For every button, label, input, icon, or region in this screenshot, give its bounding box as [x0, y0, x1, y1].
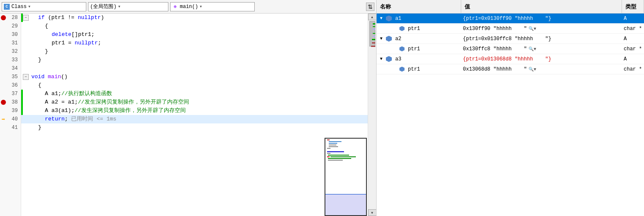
- line-number-35: 35: [7, 74, 19, 80]
- code-lines: −if (ptr1 != nullptr){delete[]ptr1;ptr1 …: [21, 14, 368, 132]
- line-number-41: 41: [7, 125, 19, 131]
- pin-button[interactable]: ⇅: [366, 3, 374, 11]
- code-text-41: }: [30, 123, 41, 132]
- scroll-track[interactable]: [369, 21, 375, 208]
- code-line-29: {: [21, 22, 368, 30]
- bp-indicator-28[interactable]: [0, 15, 7, 20]
- code-line-33: }: [21, 56, 368, 64]
- watch-row-a1[interactable]: ◆ a1 {ptr1=0x0130ff90 "hhhhh "} A: [377, 14, 644, 24]
- collapse-btn-28[interactable]: −: [23, 15, 29, 21]
- watch-row-a3[interactable]: a3 {ptr1=0x013068d8 "hhhhh "} A: [377, 54, 644, 64]
- a1ptr1-name: ptr1: [408, 26, 420, 32]
- code-line-30: delete[]ptr1;: [21, 30, 368, 39]
- code-line-35: −void main(): [21, 73, 368, 81]
- expand-a3ptr1-button: [392, 66, 398, 72]
- scope-label: (全局范围): [90, 3, 116, 10]
- code-line-36: {: [21, 81, 368, 90]
- green-bar-38: [21, 98, 23, 107]
- func-dropdown[interactable]: ⊕ main() ▼: [170, 2, 255, 11]
- watch-row-a3-ptr1[interactable]: ptr1 0x13068d8 "hhhhh " 🔍▼ char *: [377, 64, 644, 74]
- collapse-btn-35[interactable]: −: [23, 74, 29, 80]
- code-line-40: return; 已用时间 <= 1ms: [21, 115, 368, 123]
- watch-cell-a2ptr1-name: ptr1: [377, 46, 461, 52]
- line-number-31: 31: [7, 40, 19, 46]
- bp-indicator-40[interactable]: ➡: [0, 117, 7, 122]
- class-icon: C: [4, 4, 10, 10]
- green-bar-31: [21, 39, 23, 47]
- vertical-scrollbar[interactable]: ▲ ▼: [368, 14, 376, 216]
- green-bar-37: [21, 90, 23, 98]
- editor-panel: C Class ▼ (全局范围) ▼ ⊕ main() ▼ ⇅ 28293031…: [0, 0, 377, 216]
- gutter-row-36: 36: [0, 81, 21, 90]
- gutter-row-41: 41: [0, 123, 21, 132]
- watch-cell-a2ptr1-type: char *: [622, 46, 644, 52]
- line-number-34: 34: [7, 66, 19, 71]
- watch-cell-a2-value: {ptr1=0x0130ffc8 "hhhhh "}: [461, 36, 622, 42]
- expand-a3-button[interactable]: [378, 56, 384, 62]
- var-icon-a1: ◆: [386, 16, 392, 22]
- expand-a2-button[interactable]: [378, 36, 384, 42]
- a1-name: a1: [395, 16, 401, 22]
- watch-row-a2[interactable]: a2 {ptr1=0x0130ffc8 "hhhhh "} A: [377, 34, 644, 44]
- var-icon-a2: [386, 36, 392, 42]
- expand-a1-button[interactable]: [378, 16, 384, 22]
- watch-cell-a1-name: ◆ a1: [377, 16, 461, 22]
- func-label: main(): [180, 4, 198, 10]
- watch-header: 名称 值 类型: [377, 0, 644, 14]
- search-icon-a2ptr1[interactable]: 🔍▼: [528, 46, 536, 52]
- gutter-row-34: 34: [0, 64, 21, 73]
- code-text-29: {: [30, 22, 48, 30]
- class-dropdown[interactable]: C Class ▼: [2, 2, 86, 11]
- watch-cell-a2-type: A: [622, 36, 644, 42]
- search-icon-a1ptr1[interactable]: 🔍▼: [528, 26, 536, 31]
- watch-cell-a1ptr1-name: ptr1: [377, 26, 461, 32]
- line-number-39: 39: [7, 108, 19, 114]
- line-number-36: 36: [7, 82, 19, 88]
- gutter-row-30: 30: [0, 30, 21, 39]
- code-line-37: A a1;//执行默认构造函数: [21, 90, 368, 98]
- gutter-row-40: ➡40: [0, 115, 21, 123]
- scope-dropdown[interactable]: (全局范围) ▼: [88, 2, 168, 11]
- bp-dot-38: [1, 100, 6, 105]
- watch-cell-a3-name: a3: [377, 56, 461, 62]
- green-bar-33: [21, 56, 23, 64]
- green-bar-41: [21, 123, 23, 132]
- class-label: Class: [11, 4, 27, 10]
- green-bar-36: [21, 81, 23, 90]
- search-icon-a3ptr1[interactable]: 🔍▼: [528, 67, 536, 72]
- code-content[interactable]: −if (ptr1 != nullptr){delete[]ptr1;ptr1 …: [21, 14, 368, 216]
- expand-a2ptr1-button: [392, 46, 398, 52]
- func-arrow-icon: ▼: [200, 5, 202, 8]
- gutter-row-31: 31: [0, 39, 21, 47]
- a3ptr1-name: ptr1: [408, 66, 420, 72]
- watch-cell-a2ptr1-value: 0x130ffc8 "hhhhh " 🔍▼: [461, 46, 622, 52]
- code-text-39: A a3(a1);//发生深拷贝复制操作，另外开辟了内存空间: [30, 107, 186, 115]
- class-arrow-icon: ▼: [28, 5, 30, 8]
- watch-cell-a1ptr1-value: 0x130ff90 "hhhhh " 🔍▼: [461, 26, 622, 32]
- line-number-29: 29: [7, 23, 19, 29]
- code-text-33: }: [30, 56, 41, 64]
- code-line-41: }: [21, 123, 368, 132]
- col-header-name: 名称: [377, 0, 461, 13]
- line-number-30: 30: [7, 32, 19, 38]
- code-text-38: A a2 = a1;//发生深拷贝复制操作，另外开辟了内存空间: [30, 98, 189, 107]
- code-text-30: delete[]ptr1;: [30, 30, 94, 39]
- watch-row-a2-ptr1[interactable]: ptr1 0x130ffc8 "hhhhh " 🔍▼ char *: [377, 44, 644, 54]
- expand-a1ptr1-button: [392, 26, 398, 32]
- minimap-overlay: [325, 138, 367, 216]
- code-line-34: [21, 64, 368, 73]
- green-bar-39: [21, 107, 23, 115]
- bp-dot-28: [1, 15, 6, 20]
- scroll-down-button[interactable]: ▼: [368, 209, 377, 216]
- watch-cell-a3ptr1-type: char *: [622, 66, 644, 72]
- green-bar-40: [21, 115, 23, 123]
- watch-row-a1-ptr1[interactable]: ptr1 0x130ff90 "hhhhh " 🔍▼ char *: [377, 24, 644, 34]
- bp-indicator-38[interactable]: [0, 100, 7, 105]
- ptr-icon-a2ptr1: [399, 46, 405, 52]
- scroll-up-button[interactable]: ▲: [368, 14, 377, 20]
- code-text-37: A a1;//执行默认构造函数: [30, 90, 112, 98]
- code-text-35: void main(): [30, 73, 68, 81]
- line-number-38: 38: [7, 99, 19, 105]
- watch-rows: ◆ a1 {ptr1=0x0130ff90 "hhhhh "} A ptr1 0…: [377, 14, 644, 216]
- a2-name: a2: [395, 36, 401, 42]
